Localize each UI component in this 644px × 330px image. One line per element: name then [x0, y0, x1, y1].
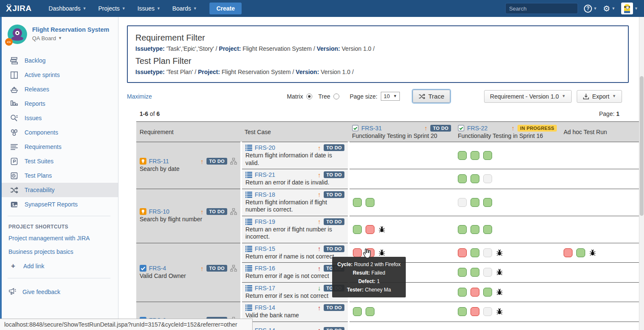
sidebar-item-synapsert-reports[interactable]: SynapseRT Reports — [0, 197, 118, 212]
issue-key-link[interactable]: FRS-20 — [255, 144, 275, 151]
shortcut-business-projects[interactable]: Business projects basics — [0, 245, 118, 258]
plus-icon: + — [9, 262, 17, 270]
vertical-scrollbar[interactable] — [639, 17, 644, 330]
issue-key-link[interactable]: FRS-4 — [149, 265, 166, 272]
sidebar-item-test-suites[interactable]: Test Suites — [0, 154, 118, 168]
maximize-link[interactable]: Maximize — [127, 93, 152, 100]
sidebar-item-test-plans[interactable]: Test Plans — [0, 168, 118, 183]
export-button[interactable]: Export ▼ — [577, 90, 622, 103]
give-feedback-button[interactable]: Give feedback — [0, 283, 118, 296]
nav-item-issues[interactable]: Issues▼ — [132, 0, 166, 17]
add-link-button[interactable]: + Add link — [0, 258, 118, 274]
issue-key-link[interactable]: FRS-14 — [255, 304, 275, 311]
shortcut-project-management[interactable]: Project management with JIRA — [0, 231, 118, 245]
issue-key-link[interactable]: FRS-16 — [255, 265, 275, 272]
sidebar-item-releases[interactable]: Releases — [0, 82, 118, 96]
hierarchy-icon[interactable] — [230, 158, 237, 165]
search-box[interactable] — [505, 3, 578, 14]
test-run-failed-square[interactable] — [366, 225, 374, 234]
issue-key-link[interactable]: FRS-17 — [255, 285, 275, 292]
issue-key-link[interactable]: FRS-15 — [255, 245, 275, 252]
bug-icon[interactable] — [378, 249, 385, 256]
version-label: Version: — [296, 69, 319, 75]
page-size-select[interactable]: 10 ▼ — [381, 92, 400, 101]
hierarchy-icon[interactable] — [230, 265, 237, 272]
nav-item-projects[interactable]: Projects▼ — [92, 0, 132, 17]
test-run-passed-square[interactable] — [576, 248, 585, 257]
issue-key-link[interactable]: FRS-21 — [255, 171, 275, 178]
page-size-value: 10 — [384, 93, 390, 99]
trace-button[interactable]: Trace — [413, 90, 450, 103]
bug-icon[interactable] — [378, 226, 385, 233]
test-run-passed-square[interactable] — [366, 198, 374, 207]
test-run-not-executed-square[interactable] — [483, 268, 492, 277]
sidebar-item-components[interactable]: Components — [0, 125, 118, 140]
test-run-passed-square[interactable] — [353, 198, 362, 207]
test-run-not-executed-square[interactable] — [458, 198, 467, 207]
sidebar-item-traceability[interactable]: Traceability — [0, 183, 118, 197]
issue-key-link[interactable]: FRS-10 — [149, 208, 169, 215]
bug-icon[interactable] — [496, 269, 503, 276]
requirement-summary: Valid Card Owner — [140, 272, 237, 280]
tree-radio[interactable] — [333, 94, 339, 99]
issue-key-link[interactable]: FRS-18 — [255, 191, 275, 198]
issue-key-link[interactable]: FRS-31 — [361, 125, 382, 132]
test-run-passed-square[interactable] — [458, 288, 467, 297]
user-menu[interactable]: ▼ — [621, 3, 638, 14]
bug-icon[interactable] — [589, 249, 596, 256]
sidebar-item-backlog[interactable]: Backlog — [0, 53, 118, 68]
test-run-passed-square[interactable] — [353, 307, 362, 316]
test-run-not-executed-square[interactable] — [483, 307, 492, 316]
test-run-passed-square[interactable] — [458, 268, 467, 277]
bug-icon[interactable] — [496, 249, 503, 256]
hierarchy-icon[interactable] — [230, 208, 237, 215]
test-run-passed-square[interactable] — [471, 151, 479, 160]
test-run-not-executed-square[interactable] — [483, 174, 492, 183]
sidebar-item-reports[interactable]: Reports — [0, 96, 118, 111]
test-run-failed-square[interactable] — [353, 248, 362, 257]
test-run-passed-square[interactable] — [471, 225, 479, 234]
scrollbar-thumb[interactable] — [640, 76, 644, 216]
test-run-not-executed-square[interactable] — [483, 248, 492, 257]
jira-logo[interactable]: Ẍ JIRA — [6, 3, 32, 14]
issue-key-link[interactable]: FRS-19 — [255, 218, 275, 225]
create-button[interactable]: Create — [209, 3, 242, 14]
test-run-passed-square[interactable] — [471, 174, 479, 183]
test-run-failed-square[interactable] — [458, 248, 467, 257]
test-run-passed-square[interactable] — [483, 225, 492, 234]
nav-item-dashboards[interactable]: Dashboards▼ — [43, 0, 92, 17]
test-run-passed-square[interactable] — [366, 307, 374, 316]
test-run-passed-square[interactable] — [483, 288, 492, 297]
test-run-passed-square[interactable] — [483, 151, 492, 160]
settings-menu[interactable]: ⚙ ▼ — [603, 5, 615, 13]
help-menu[interactable]: ? ▼ — [584, 5, 597, 13]
issue-key-link[interactable]: FRS-22 — [467, 125, 487, 132]
sidebar-item-requirements[interactable]: Requirements — [0, 140, 118, 154]
test-run-passed-square[interactable] — [471, 268, 479, 277]
issue-key-link[interactable]: FRS-11 — [149, 158, 169, 165]
bug-icon[interactable] — [496, 289, 503, 296]
sidebar-item-issues[interactable]: Issues — [0, 111, 118, 125]
sidebar-item-active-sprints[interactable]: Active sprints — [0, 68, 118, 82]
test-run-failed-square[interactable] — [471, 307, 479, 316]
test-run-passed-square[interactable] — [458, 174, 467, 183]
test-run-passed-square[interactable] — [458, 225, 467, 234]
search-input[interactable] — [509, 6, 583, 12]
nav-item-label: Projects — [98, 5, 120, 12]
test-run-passed-square[interactable] — [458, 307, 467, 316]
bug-icon[interactable] — [496, 308, 503, 315]
board-switcher[interactable]: QA Board ▼ — [32, 35, 109, 41]
test-run-failed-square[interactable] — [366, 248, 374, 257]
test-run-passed-square[interactable] — [471, 198, 479, 207]
runs-cell-adhoc — [560, 302, 639, 322]
requirement-version-dropdown[interactable]: Requirement - Version 1.0 ▼ — [484, 90, 572, 103]
matrix-radio[interactable] — [306, 94, 312, 99]
nav-item-boards[interactable]: Boards▼ — [166, 0, 203, 17]
test-run-failed-square[interactable] — [471, 288, 479, 297]
test-run-passed-square[interactable] — [458, 151, 467, 160]
issue-key-link[interactable]: FRS-14 — [255, 327, 275, 330]
test-run-passed-square[interactable] — [483, 198, 492, 207]
test-run-passed-square[interactable] — [471, 248, 479, 257]
test-run-passed-square[interactable] — [353, 225, 362, 234]
test-run-failed-square[interactable] — [564, 248, 572, 257]
